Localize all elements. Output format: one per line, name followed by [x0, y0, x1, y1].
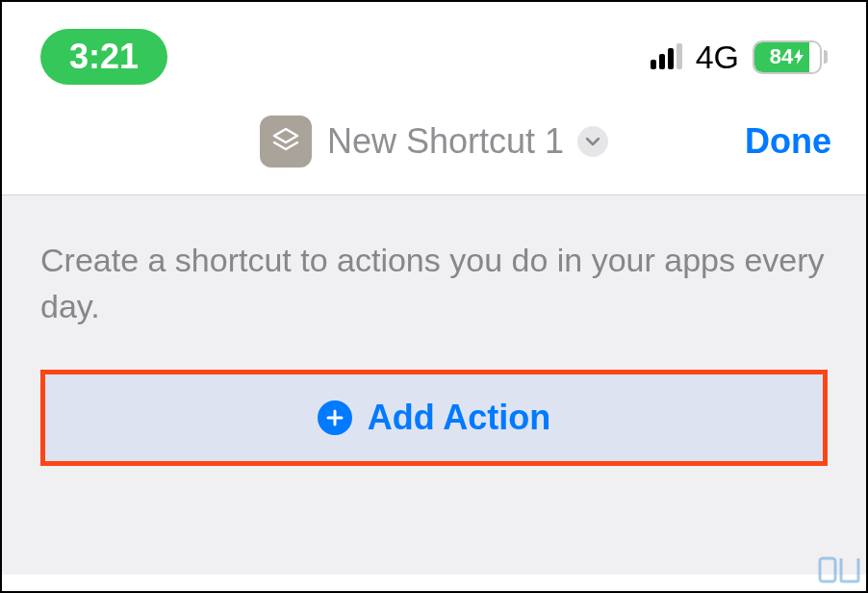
content-area: Create a shortcut to actions you do in y… — [2, 195, 866, 575]
add-action-label: Add Action — [368, 398, 551, 438]
watermark-logo — [818, 553, 862, 587]
time-text: 3:21 — [69, 37, 139, 76]
add-action-highlight: Add Action — [40, 370, 828, 466]
header-bar: New Shortcut 1 Done — [2, 94, 866, 195]
done-button[interactable]: Done — [745, 121, 831, 162]
cellular-signal-icon — [651, 44, 682, 69]
network-type-label: 4G — [696, 39, 739, 76]
shortcut-name-label[interactable]: New Shortcut 1 — [327, 121, 564, 162]
plus-circle-icon — [318, 400, 352, 435]
battery-percent: 84 — [770, 44, 793, 69]
battery-indicator: 84 — [753, 40, 828, 74]
status-right: 4G 84 — [651, 39, 828, 76]
charging-bolt-icon — [794, 49, 804, 64]
shortcut-menu-button[interactable] — [577, 126, 608, 157]
chevron-down-icon — [586, 138, 600, 146]
status-bar: 3:21 4G 84 — [2, 2, 866, 94]
layers-icon — [269, 125, 302, 158]
time-pill: 3:21 — [40, 29, 167, 85]
add-action-button[interactable]: Add Action — [45, 374, 823, 461]
shortcuts-app-icon[interactable] — [260, 116, 312, 168]
instruction-text: Create a shortcut to actions you do in y… — [40, 238, 828, 329]
svg-rect-0 — [820, 558, 835, 581]
